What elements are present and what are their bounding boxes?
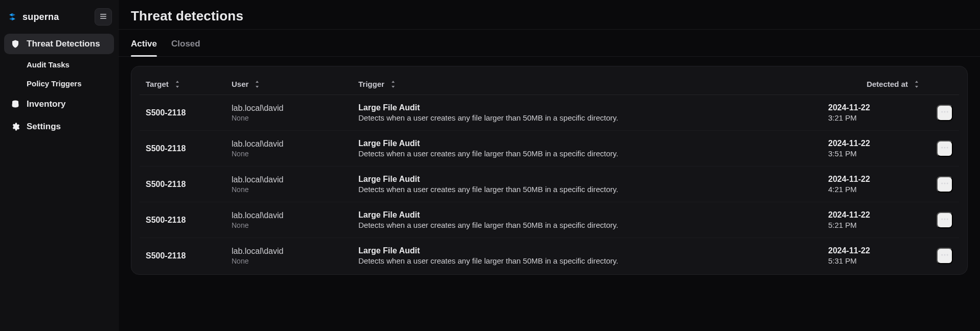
svg-point-1 xyxy=(941,111,943,113)
cell-detected-at: 2024-11-22 5:21 PM xyxy=(828,210,920,229)
svg-point-5 xyxy=(944,147,946,149)
dots-icon xyxy=(940,107,949,118)
dots-icon xyxy=(940,179,949,190)
cell-trigger: Large File Audit Detects when a user cre… xyxy=(358,139,824,158)
cell-actions xyxy=(924,212,953,228)
brand-logo[interactable]: superna xyxy=(6,11,59,23)
tabs: Active Closed xyxy=(119,30,980,57)
cell-target: S500-2118 xyxy=(146,180,227,189)
table-body: S500-2118 lab.local\david None Large Fil… xyxy=(140,95,959,273)
detected-time: 5:21 PM xyxy=(828,221,920,229)
svg-point-14 xyxy=(944,254,946,256)
row-menu-button[interactable] xyxy=(937,248,953,264)
sort-icon xyxy=(390,81,397,88)
cell-detected-at: 2024-11-22 5:31 PM xyxy=(828,246,920,265)
tab-active[interactable]: Active xyxy=(131,32,157,56)
cell-actions xyxy=(924,248,953,264)
tab-closed[interactable]: Closed xyxy=(171,32,200,56)
cell-target: S500-2118 xyxy=(146,216,227,225)
sidebar-item-threat-detections[interactable]: Threat Detections xyxy=(4,34,114,54)
column-target[interactable]: Target xyxy=(146,80,227,88)
cell-trigger: Large File Audit Detects when a user cre… xyxy=(358,175,824,194)
table-row[interactable]: S500-2118 lab.local\david None Large Fil… xyxy=(140,202,959,238)
cell-actions xyxy=(924,105,953,121)
cell-user: lab.local\david None xyxy=(232,139,354,158)
column-label: Detected at xyxy=(867,80,908,88)
cell-actions xyxy=(924,140,953,157)
target-value: S500-2118 xyxy=(146,251,186,260)
table-row[interactable]: S500-2118 lab.local\david None Large Fil… xyxy=(140,131,959,167)
svg-point-9 xyxy=(947,183,948,184)
row-menu-button[interactable] xyxy=(937,176,953,193)
user-name: lab.local\david xyxy=(232,247,354,256)
target-value: S500-2118 xyxy=(146,144,186,153)
target-value: S500-2118 xyxy=(146,180,186,188)
app-root: superna Threat Detections Audit Tasks Po… xyxy=(0,0,980,331)
trigger-title: Large File Audit xyxy=(358,103,824,112)
cell-user: lab.local\david None xyxy=(232,211,354,229)
sidebar-item-inventory[interactable]: Inventory xyxy=(4,94,114,114)
shield-icon xyxy=(10,39,20,49)
table-row[interactable]: S500-2118 lab.local\david None Large Fil… xyxy=(140,95,959,131)
target-value: S500-2118 xyxy=(146,216,186,224)
cell-user: lab.local\david None xyxy=(232,175,354,194)
svg-point-12 xyxy=(947,219,948,220)
gear-icon xyxy=(10,122,20,132)
cell-detected-at: 2024-11-22 4:21 PM xyxy=(828,175,920,194)
cell-target: S500-2118 xyxy=(146,251,227,261)
row-menu-button[interactable] xyxy=(937,140,953,157)
sidebar-item-policy-triggers[interactable]: Policy Triggers xyxy=(4,75,114,92)
brand-mark-icon xyxy=(6,11,18,23)
database-icon xyxy=(10,99,20,109)
target-value: S500-2118 xyxy=(146,108,186,117)
user-sub: None xyxy=(232,185,354,194)
page-title: Threat detections xyxy=(131,8,968,24)
user-sub: None xyxy=(232,221,354,229)
detections-card: Target User Trigger xyxy=(131,66,968,275)
row-menu-button[interactable] xyxy=(937,212,953,228)
cell-trigger: Large File Audit Detects when a user cre… xyxy=(358,103,824,122)
table-row[interactable]: S500-2118 lab.local\david None Large Fil… xyxy=(140,238,959,273)
row-menu-button[interactable] xyxy=(937,105,953,121)
svg-point-15 xyxy=(947,254,948,256)
trigger-title: Large File Audit xyxy=(358,175,824,184)
cell-actions xyxy=(924,176,953,193)
user-name: lab.local\david xyxy=(232,175,354,184)
dots-icon xyxy=(940,215,949,225)
sidebar-nav: Threat Detections Audit Tasks Policy Tri… xyxy=(4,33,114,138)
sidebar-item-label: Settings xyxy=(27,122,61,132)
svg-point-3 xyxy=(947,111,948,113)
trigger-description: Detects when a user creates any file lar… xyxy=(358,221,824,229)
column-user[interactable]: User xyxy=(232,80,354,88)
sidebar-toggle-button[interactable] xyxy=(95,8,112,26)
cell-trigger: Large File Audit Detects when a user cre… xyxy=(358,246,824,265)
user-sub: None xyxy=(232,257,354,265)
content: Target User Trigger xyxy=(119,57,980,287)
detected-time: 5:31 PM xyxy=(828,256,920,265)
main: Threat detections Active Closed Target xyxy=(119,0,980,331)
svg-point-6 xyxy=(947,147,948,149)
sidebar-item-settings[interactable]: Settings xyxy=(4,116,114,137)
user-sub: None xyxy=(232,114,354,122)
table-row[interactable]: S500-2118 lab.local\david None Large Fil… xyxy=(140,167,959,202)
trigger-description: Detects when a user creates any file lar… xyxy=(358,149,824,158)
user-sub: None xyxy=(232,150,354,158)
column-label: Trigger xyxy=(358,80,384,88)
sort-icon xyxy=(913,81,920,88)
menu-icon xyxy=(99,12,107,22)
cell-detected-at: 2024-11-22 3:51 PM xyxy=(828,139,920,158)
column-trigger[interactable]: Trigger xyxy=(358,80,824,88)
tab-label: Closed xyxy=(171,39,200,49)
sort-icon xyxy=(254,81,261,88)
cell-user: lab.local\david None xyxy=(232,104,354,122)
sidebar-item-label: Audit Tasks xyxy=(27,60,70,69)
sidebar-item-audit-tasks[interactable]: Audit Tasks xyxy=(4,56,114,73)
user-name: lab.local\david xyxy=(232,139,354,149)
sidebar-item-label: Threat Detections xyxy=(27,39,100,49)
sidebar-item-label: Inventory xyxy=(27,99,66,109)
column-detected-at[interactable]: Detected at xyxy=(828,80,920,88)
trigger-description: Detects when a user creates any file lar… xyxy=(358,113,824,122)
column-label: Target xyxy=(146,80,169,88)
svg-point-11 xyxy=(944,219,946,220)
svg-point-10 xyxy=(941,219,943,220)
